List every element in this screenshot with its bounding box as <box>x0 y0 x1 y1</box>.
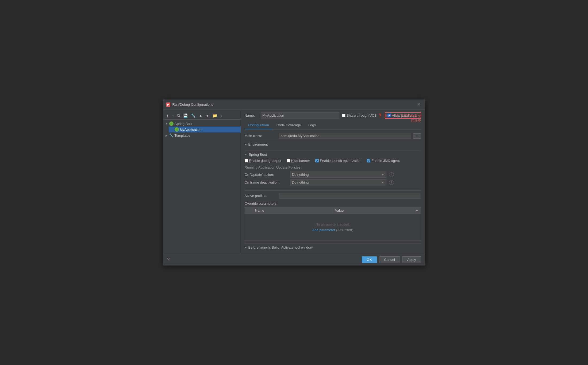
params-body: No parameters added. Add parameter (Alt+… <box>245 214 421 241</box>
dialog-footer: ? OK Cancel Apply <box>163 254 425 265</box>
wrench-button[interactable]: 🔧 <box>190 113 197 118</box>
on-update-select[interactable]: Do nothing Update resources Update class… <box>290 172 386 178</box>
jmx-agent-option[interactable]: Enable JMX agent <box>367 159 400 163</box>
before-launch-section: ▶ Before launch: Build, Activate tool wi… <box>245 244 421 249</box>
share-vcs-help[interactable]: ❓ <box>378 113 382 117</box>
launch-optimization-label: Enable launch optimization <box>320 159 361 163</box>
app-icon: ▶ <box>166 102 170 107</box>
on-update-help-icon[interactable]: ? <box>389 172 394 177</box>
hide-banner-option[interactable]: Hide banner <box>287 159 310 163</box>
value-col-header: Value <box>333 207 413 214</box>
update-policies-title: Running Application Update Policies <box>245 165 421 169</box>
active-profiles-input[interactable] <box>279 193 421 199</box>
on-frame-help-icon[interactable]: ? <box>389 180 394 185</box>
on-frame-select[interactable]: Do nothing Update resources Update class… <box>290 179 386 185</box>
copy-config-button[interactable]: ⧉ <box>176 113 181 118</box>
before-launch-arrow-icon: ▶ <box>245 246 247 249</box>
environment-section: ▶ Environment <box>245 141 421 149</box>
red-annotation: 允许 一个 工程启动多次 启动类 <box>384 113 421 123</box>
name-label: Name: <box>245 113 258 117</box>
dialog-title: Run/Debug Configurations <box>172 102 413 107</box>
tree-springboot-parent[interactable]: ▼ 🌿 Spring Boot <box>163 121 241 127</box>
save-config-button[interactable]: 💾 <box>182 113 189 118</box>
hide-banner-label: Hide banner <box>291 159 310 163</box>
cancel-button[interactable]: Cancel <box>379 256 400 263</box>
params-table: Name Value + No parameters added. Add pa… <box>245 207 421 241</box>
params-table-header: Name Value + <box>245 207 421 214</box>
debug-output-option[interactable]: Enable debug output <box>245 159 281 163</box>
close-button[interactable]: ✕ <box>416 101 422 108</box>
tree-expand-arrow: ▼ <box>166 122 168 125</box>
override-params-label: Override parameters: <box>245 201 421 206</box>
before-launch-header[interactable]: ▶ Before launch: Build, Activate tool wi… <box>245 245 421 249</box>
run-debug-dialog: ▶ Run/Debug Configurations ✕ + − ⧉ 💾 🔧 ▲… <box>163 100 425 265</box>
environment-label: Environment <box>248 142 268 146</box>
tree-templates-item[interactable]: ▶ 🔧 Templates <box>163 132 241 138</box>
env-arrow-icon: ▶ <box>245 143 247 146</box>
update-policies-section: Running Application Update Policies On '… <box>245 165 421 185</box>
no-params-text: No parameters added. <box>316 222 350 226</box>
on-frame-row: On frame deactivation: Do nothing Update… <box>245 179 421 185</box>
tree-springboot-label: Spring Boot <box>175 122 193 126</box>
add-config-button[interactable]: + <box>166 113 170 118</box>
spring-boot-header[interactable]: ▼ Spring Boot <box>245 153 421 157</box>
name-input[interactable] <box>261 112 339 119</box>
sort-button[interactable]: ↕ <box>219 113 223 118</box>
main-class-label: Main class: <box>245 134 277 138</box>
ok-button[interactable]: OK <box>362 256 377 263</box>
share-vcs-option: Share through VCS ❓ <box>342 113 382 117</box>
dialog-body: + − ⧉ 💾 🔧 ▲ ▼ 📁 ↕ ▼ 🌿 Spring Boot 🌿 <box>163 109 425 254</box>
on-frame-label: On frame deactivation: <box>245 180 287 184</box>
hide-banner-checkbox[interactable] <box>287 159 290 162</box>
move-up-button[interactable]: ▲ <box>198 113 203 118</box>
remove-config-button[interactable]: − <box>171 113 175 118</box>
tab-logs[interactable]: Logs <box>305 121 320 129</box>
help-button[interactable]: ? <box>167 257 170 263</box>
tab-configuration[interactable]: Configuration <box>245 121 273 129</box>
templates-arrow: ▶ <box>166 134 168 137</box>
add-param-shortcut: (Alt+Insert) <box>336 228 353 232</box>
main-class-row: Main class: … <box>245 133 421 139</box>
on-update-label: On 'Update' action: <box>245 173 287 177</box>
jmx-agent-checkbox[interactable] <box>367 159 370 162</box>
share-vcs-checkbox[interactable] <box>342 114 345 117</box>
move-down-button[interactable]: ▼ <box>205 113 210 118</box>
browse-button[interactable]: … <box>413 133 421 139</box>
dialog-titlebar: ▶ Run/Debug Configurations ✕ <box>163 100 425 109</box>
folder-button[interactable]: 📁 <box>212 113 218 118</box>
spring-boot-checkboxes: Enable debug output Hide banner Enable l… <box>245 159 421 163</box>
name-col-header: Name <box>253 207 333 214</box>
override-params-section: Override parameters: Name Value + No par… <box>245 201 421 241</box>
spring-boot-section: ▼ Spring Boot Enable debug output Hide b… <box>245 151 421 188</box>
environment-header[interactable]: ▶ Environment <box>245 141 421 147</box>
apply-button[interactable]: Apply <box>402 256 421 263</box>
before-launch-label: Before launch: Build, Activate tool wind… <box>248 245 313 249</box>
checkbox-col-header <box>245 207 253 214</box>
launch-optimization-checkbox[interactable] <box>315 159 319 162</box>
myapplication-label: MyApplication <box>180 128 202 132</box>
left-toolbar: + − ⧉ 💾 🔧 ▲ ▼ 📁 ↕ <box>163 112 241 120</box>
tab-code-coverage[interactable]: Code Coverage <box>273 121 305 129</box>
left-panel: + − ⧉ 💾 🔧 ▲ ▼ 📁 ↕ ▼ 🌿 Spring Boot 🌿 <box>163 109 241 254</box>
add-param-button[interactable]: + <box>413 207 421 214</box>
main-class-input[interactable] <box>279 133 411 139</box>
springboot-section-label: Spring Boot <box>249 153 267 157</box>
add-param-link-row: Add parameter (Alt+Insert) <box>312 228 353 232</box>
share-vcs-label: Share through VCS <box>347 113 377 117</box>
active-profiles-label: Active profiles: <box>245 194 277 198</box>
launch-optimization-option[interactable]: Enable launch optimization <box>315 159 361 163</box>
myapp-icon: 🌿 <box>175 127 179 132</box>
templates-label: Templates <box>175 134 190 138</box>
spring-boot-icon: 🌿 <box>169 121 174 126</box>
tree-myapplication-item[interactable]: 🌿 MyApplication <box>169 127 241 132</box>
templates-icon: 🔧 <box>169 133 174 138</box>
springboot-arrow-icon: ▼ <box>245 153 247 156</box>
on-update-row: On 'Update' action: Do nothing Update re… <box>245 172 421 178</box>
active-profiles-row: Active profiles: <box>245 190 421 199</box>
jmx-agent-label: Enable JMX agent <box>371 159 400 163</box>
debug-output-checkbox[interactable] <box>245 159 248 162</box>
right-panel: Name: Share through VCS ❓ Allow parallel… <box>241 109 425 254</box>
add-param-link[interactable]: Add parameter <box>312 228 335 232</box>
debug-output-label: Enable debug output <box>249 159 281 163</box>
tree-children: 🌿 MyApplication <box>163 127 241 132</box>
